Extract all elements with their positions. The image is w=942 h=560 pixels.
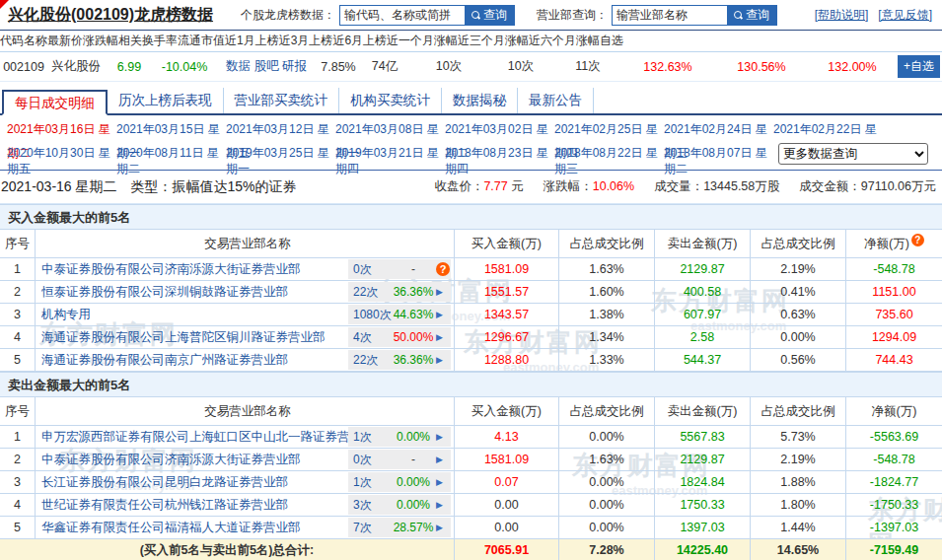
table-row: 2 恒泰证券股份有限公司深圳铜鼓路证券营业部 22次 36.36% 1551.5… — [0, 281, 942, 304]
date-cell[interactable]: 2021年03月08日 星 期一 2019年03月21日 星 期四 — [335, 115, 445, 170]
stock-name[interactable]: 兴化股份 — [47, 58, 105, 75]
branch-link[interactable]: 中泰证券股份有限公司济南泺源大街证券营业部 — [41, 261, 301, 278]
amount: 成交金额：97110.06万元 — [799, 178, 936, 195]
date-cell[interactable]: 2021年03月12日 星 期五 2019年03月25日 星 期一 — [226, 115, 335, 170]
report-link[interactable]: 研报 — [282, 59, 307, 73]
row-seq: 2 — [0, 281, 35, 303]
branch-stats-badge[interactable]: 7次 28.57% — [348, 518, 451, 537]
list-count: 1次 — [353, 430, 393, 445]
tab[interactable]: 数据揭秘 — [442, 88, 518, 113]
branch-stats-badge[interactable]: 0次 - — [348, 450, 451, 469]
branch-stats-badge[interactable]: 4次 50.00% — [348, 327, 451, 347]
expand-arrow-icon[interactable] — [436, 523, 443, 532]
buy-pct: 1.63% — [558, 258, 654, 280]
date-link[interactable]: 2021年03月08日 星 — [335, 121, 439, 138]
change-3m: 130.56% — [714, 60, 809, 74]
branch-link[interactable]: 海通证券股份有限公司上海普陀区铜川路证券营业部 — [41, 329, 326, 346]
expand-arrow-icon[interactable] — [436, 500, 443, 510]
branch-stats-badge[interactable]: 22次 36.36% — [348, 282, 451, 302]
win-rate: 44.63% — [393, 308, 434, 321]
branch-search-button[interactable]: 查询 — [728, 5, 777, 26]
date-link[interactable]: 2020年10月30日 星 — [7, 145, 110, 162]
latest-price: 6.99 — [105, 60, 154, 74]
branch-link[interactable]: 申万宏源西部证券有限公司上海虹口区中山北一路证券营业部 — [41, 429, 375, 446]
feedback-link[interactable]: [意见反馈] — [878, 7, 932, 24]
net-amount: -5563.69 — [845, 426, 942, 448]
help-icon[interactable] — [911, 234, 924, 246]
buy-amount: 0.00 — [454, 494, 558, 516]
branch-link[interactable]: 长江证券股份有限公司昆明白龙路证券营业部 — [41, 474, 288, 491]
quote-header-row: 代码名称最新价涨跌幅相关换手率流通市值近1月上榜近3月上榜近6月上榜近一个月涨幅… — [0, 31, 942, 52]
win-rate: - — [393, 262, 434, 276]
date-cell[interactable]: 2021年03月16日 星 期二 2020年10月30日 星 期五 — [7, 115, 116, 170]
branch-link[interactable]: 华鑫证券有限责任公司福清福人大道证券营业部 — [41, 520, 301, 536]
date-link[interactable]: 2021年02月24日 星 — [664, 121, 767, 138]
date-link[interactable]: 2019年03月21日 星 — [335, 145, 439, 162]
branch-stats-badge[interactable]: 0次 - — [348, 259, 451, 279]
date-link[interactable]: 2021年02月25日 星 — [554, 121, 658, 138]
sell-pct: 2.19% — [750, 449, 845, 470]
list-count: 22次 — [353, 353, 393, 368]
date-link[interactable]: 2021年03月12日 星 — [226, 121, 329, 138]
buy-amount: 0.07 — [454, 471, 558, 493]
date-link[interactable]: 2021年02月22日 星 — [773, 121, 877, 138]
date-link[interactable]: 2021年03月02日 星 — [445, 121, 548, 138]
stock-search-button[interactable]: 查询 — [466, 5, 515, 26]
branch-link[interactable]: 世纪证券有限责任公司杭州钱江路证券营业部 — [41, 497, 288, 514]
branch-link[interactable]: 海通证券股份有限公司南京广州路证券营业部 — [41, 352, 288, 369]
date-link[interactable]: 2018年08月22日 星 — [554, 145, 658, 162]
grand-total-row: (买入前5名与卖出前5名)总合计: 7065.91 7.28% 14225.40… — [0, 539, 942, 560]
sell-table-header: 序号 交易营业部名称 买入金额(万) 占总成交比例 卖出金额(万) 占总成交比例… — [0, 396, 942, 426]
expand-arrow-icon[interactable] — [436, 287, 443, 297]
branch-stats-badge[interactable]: 1次 0.00% — [348, 427, 451, 447]
date-cell[interactable]: 2021年02月25日 星 期四 2018年08月22日 星 期三 — [554, 115, 664, 170]
date-link[interactable]: 2021年03月15日 星 — [116, 121, 220, 138]
summary-type: 类型：振幅值达15%的证券 — [131, 178, 297, 196]
branch-stats-badge[interactable]: 3次 0.00% — [348, 495, 451, 515]
date-link[interactable]: 2018年08月23日 星 — [445, 145, 548, 162]
tab[interactable]: 最新公告 — [518, 88, 594, 113]
branch-link[interactable]: 恒泰证券股份有限公司深圳铜鼓路证券营业部 — [41, 284, 288, 301]
expand-arrow-icon[interactable] — [436, 477, 443, 487]
expand-arrow-icon[interactable] — [436, 355, 443, 365]
guba-link[interactable]: 股吧 — [254, 59, 279, 73]
date-link[interactable]: 2018年08月07日 星 — [664, 145, 767, 162]
help-icon[interactable] — [436, 262, 450, 276]
tab[interactable]: 每日成交明细 — [2, 90, 108, 115]
branch-stats-badge[interactable]: 22次 36.36% — [348, 350, 451, 370]
tab[interactable]: 机构买卖统计 — [339, 88, 442, 113]
day-summary-bar: 2021-03-16 星期二 类型：振幅值达15%的证券 收盘价：7.77 元 … — [0, 171, 942, 204]
branch-stats-badge[interactable]: 1次 0.00% — [348, 472, 451, 492]
page-title[interactable]: 兴化股份(002109)龙虎榜数据 — [8, 5, 213, 26]
sell-pct: 5.73% — [750, 426, 845, 448]
buy-amount: 1581.09 — [454, 449, 558, 470]
branch-search-input[interactable] — [612, 5, 728, 26]
date-cell[interactable]: 2021年02月24日 星 期三 2018年08月07日 星 期二 — [664, 115, 773, 170]
more-data-select[interactable]: 更多数据查询 — [778, 143, 928, 165]
expand-arrow-icon[interactable] — [436, 332, 443, 342]
date-link[interactable]: 2021年03月16日 星 — [7, 121, 110, 138]
date-cell[interactable]: 2021年03月02日 星 期二 2018年08月23日 星 期四 — [445, 115, 554, 170]
help-link[interactable]: [帮助说明] — [815, 7, 869, 24]
float-market-cap: 74亿 — [359, 58, 410, 75]
branch-stats-badge[interactable]: 1080次 44.63% — [348, 305, 451, 324]
net-amount: 744.43 — [845, 349, 942, 371]
related-links: 数据 股吧 研报 — [215, 58, 318, 75]
date-cell[interactable]: 2021年03月15日 星 期一 2020年08月11日 星 期二 — [116, 115, 226, 170]
add-watchlist-button[interactable]: +自选 — [898, 55, 940, 78]
turnover-rate: 7.85% — [318, 60, 359, 74]
tab[interactable]: 营业部买卖统计 — [224, 88, 340, 113]
tab[interactable]: 历次上榜后表现 — [108, 88, 224, 113]
date-link[interactable]: 2020年08月11日 星 — [116, 145, 219, 162]
branch-link[interactable]: 中泰证券股份有限公司济南泺源大街证券营业部 — [41, 452, 301, 468]
branch-link[interactable]: 机构专用 — [41, 307, 91, 323]
data-link[interactable]: 数据 — [226, 59, 251, 73]
expand-arrow-icon[interactable] — [436, 455, 443, 464]
date-link[interactable]: 2019年03月25日 星 — [226, 145, 329, 162]
close-price: 收盘价：7.77 元 — [434, 178, 523, 195]
win-rate: 0.00% — [393, 498, 434, 512]
row-seq: 3 — [0, 471, 35, 493]
stock-search-input[interactable] — [339, 5, 466, 26]
expand-arrow-icon[interactable] — [436, 310, 443, 319]
expand-arrow-icon[interactable] — [436, 432, 443, 442]
